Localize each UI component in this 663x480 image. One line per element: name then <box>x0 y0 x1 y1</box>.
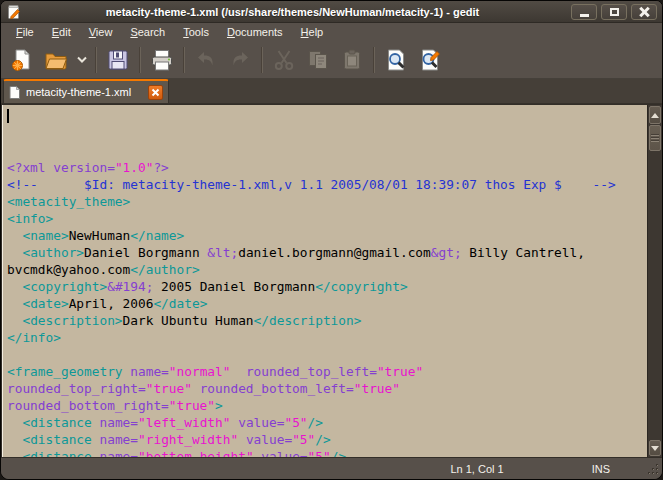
tab-label: metacity-theme-1.xml <box>26 86 142 98</box>
paste-button <box>335 44 369 76</box>
save-button[interactable] <box>101 44 135 76</box>
menu-item-help[interactable]: Help <box>292 24 333 41</box>
menu-item-search[interactable]: Search <box>121 24 174 41</box>
text-cursor <box>7 109 9 123</box>
code-segment <box>7 228 22 243</box>
scrollbar-thumb[interactable] <box>649 125 661 151</box>
printer-icon <box>150 48 174 72</box>
insert-mode-label: INS <box>592 463 610 475</box>
code-line: <name>NewHuman</name> <box>7 227 647 244</box>
scroll-up-button[interactable] <box>649 106 661 124</box>
code-segment: &lt; <box>207 245 238 260</box>
code-segment: value= <box>238 415 284 430</box>
code-segment: Billy Cantrell, <box>462 245 585 260</box>
code-segment <box>7 415 22 430</box>
tab-metacity-theme-1[interactable]: metacity-theme-1.xml <box>3 79 169 103</box>
copy-pages-icon <box>306 48 330 72</box>
minimize-button[interactable] <box>571 4 597 20</box>
tab-bar: metacity-theme-1.xml <box>1 79 662 104</box>
code-line: <!-- $Id: metacity-theme-1.xml,v 1.1 200… <box>7 176 647 193</box>
window-title: metacity-theme-1.xml (/usr/share/themes/… <box>22 6 567 18</box>
code-line: <date>April, 2006</date> <box>7 295 647 312</box>
redo-arrow-icon <box>228 48 252 72</box>
titlebar[interactable]: metacity-theme-1.xml (/usr/share/themes/… <box>1 1 662 23</box>
new-document-button[interactable] <box>5 44 39 76</box>
code-line: <author>Daniel Borgmann &lt;daniel.borgm… <box>7 244 647 261</box>
code-segment: </copyright> <box>315 279 407 294</box>
code-line: <distance name="left_width" value="5"/> <box>7 414 647 431</box>
chevron-down-icon <box>77 56 87 63</box>
code-segment: </description> <box>254 313 362 328</box>
maximize-button[interactable] <box>601 4 627 20</box>
cut-button <box>267 44 301 76</box>
code-segment: <date> <box>22 296 68 311</box>
code-segment: <?xml version= <box>7 160 115 175</box>
code-segment: bvcmdk@yahoo.com <box>7 262 130 277</box>
code-segment: <!-- $Id: metacity-theme-1.xml,v 1.1 200… <box>7 177 616 192</box>
copy-button <box>301 44 335 76</box>
menu-item-file[interactable]: File <box>7 24 43 41</box>
menu-item-documents[interactable]: Documents <box>218 24 292 41</box>
toolbar-separator <box>139 47 141 73</box>
code-segment <box>192 381 200 396</box>
code-segment <box>7 245 22 260</box>
tab-close-button[interactable] <box>148 85 163 100</box>
scroll-down-button[interactable] <box>649 440 661 456</box>
editor[interactable]: <?xml version="1.0"?><!-- $Id: metacity-… <box>1 104 662 457</box>
undo-button <box>189 44 223 76</box>
code-line: bvcmdk@yahoo.com</author> <box>7 261 647 278</box>
toolbar-separator <box>373 47 375 73</box>
code-segment <box>7 449 22 457</box>
gedit-window: metacity-theme-1.xml (/usr/share/themes/… <box>0 0 663 480</box>
scrollbar-track[interactable] <box>648 151 662 439</box>
maximize-icon <box>610 8 619 16</box>
code-lines[interactable]: <?xml version="1.0"?><!-- $Id: metacity-… <box>2 105 647 457</box>
code-line <box>7 346 647 363</box>
resize-grip[interactable] <box>646 462 659 477</box>
code-segment: /> <box>315 432 330 447</box>
toolbar-separator <box>183 47 185 73</box>
replace-button[interactable] <box>413 44 447 76</box>
code-segment: "left_width" <box>138 415 230 430</box>
code-segment: <distance <box>22 449 91 457</box>
magnifier-pencil-icon <box>418 48 442 72</box>
code-segment: value= <box>246 432 292 447</box>
code-segment: 2005 Daniel Borgmann <box>153 279 315 294</box>
code-segment: "true" <box>146 381 192 396</box>
code-segment: &#194; <box>107 279 153 294</box>
code-segment: Daniel Borgmann <box>84 245 207 260</box>
code-segment: "5" <box>308 449 331 457</box>
code-line: <metacity_theme> <box>7 193 647 210</box>
code-segment: name= <box>99 415 138 430</box>
toolbar <box>1 41 662 79</box>
code-segment: "normal" <box>169 364 231 379</box>
menu-item-edit[interactable]: Edit <box>43 24 80 41</box>
code-segment: /> <box>308 415 323 430</box>
menu-item-tools[interactable]: Tools <box>174 24 218 41</box>
open-folder-icon <box>44 48 68 72</box>
vertical-scrollbar[interactable] <box>647 105 662 457</box>
code-segment: </name> <box>130 228 184 243</box>
code-segment: <distance <box>22 415 91 430</box>
print-button[interactable] <box>145 44 179 76</box>
code-segment: "true" <box>169 398 215 413</box>
code-segment: Dark Ubuntu Human <box>123 313 254 328</box>
close-button[interactable] <box>631 4 657 20</box>
code-segment: "5" <box>284 415 307 430</box>
code-segment <box>7 313 22 328</box>
code-segment: name= <box>99 449 138 457</box>
open-button[interactable] <box>39 44 73 76</box>
code-line: <copyright>&#194; 2005 Daniel Borgmann</… <box>7 278 647 295</box>
open-dropdown-button[interactable] <box>73 44 91 76</box>
menu-item-view[interactable]: View <box>80 24 122 41</box>
code-line: </info> <box>7 329 647 346</box>
code-segment: rounded_bottom_left= <box>200 381 354 396</box>
code-segment: </info> <box>7 330 61 345</box>
code-segment: <description> <box>22 313 122 328</box>
code-line: <?xml version="1.0"?> <box>7 159 647 176</box>
arrow-up-icon <box>651 113 659 118</box>
find-button[interactable] <box>379 44 413 76</box>
code-segment: <copyright> <box>22 279 107 294</box>
code-segment: "true" <box>377 364 423 379</box>
arrow-down-icon <box>651 446 659 451</box>
